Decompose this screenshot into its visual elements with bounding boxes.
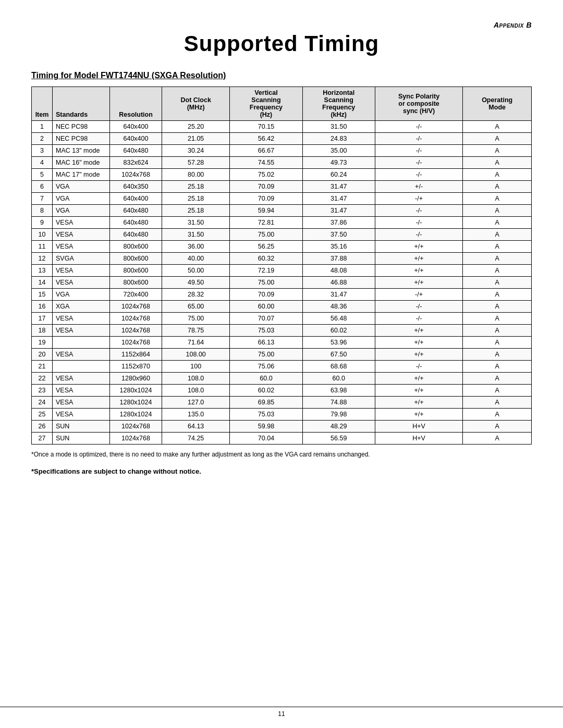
cell-resolution: 640x480 [110,145,162,157]
cell-h-scan: 37.88 [302,253,375,265]
cell-dot-clock: 36.00 [162,241,230,253]
cell-mode: A [463,337,532,349]
page-footer: 11 [0,707,563,718]
cell-v-scan: 75.02 [230,169,302,181]
cell-dot-clock: 108.0 [162,385,230,397]
col-header-operating: OperatingMode [463,87,532,121]
cell-dot-clock: 127.0 [162,397,230,409]
cell-mode: A [463,277,532,289]
cell-standard: MAC 13" mode [53,145,110,157]
footnote2: *Specifications are subject to change wi… [31,467,532,475]
table-row: 16XGA1024x76865.0060.0048.36-/-A [32,301,532,313]
cell-resolution: 800x600 [110,265,162,277]
cell-standard: VGA [53,289,110,301]
cell-h-scan: 31.47 [302,193,375,205]
cell-v-scan: 75.06 [230,361,302,373]
cell-v-scan: 72.81 [230,217,302,229]
cell-item: 15 [32,289,53,301]
cell-mode: A [463,157,532,169]
table-row: 23VESA1280x1024108.060.0263.98+/+A [32,385,532,397]
cell-h-scan: 24.83 [302,133,375,145]
cell-mode: A [463,433,532,445]
cell-resolution: 1280x1024 [110,385,162,397]
cell-item: 18 [32,325,53,337]
cell-standard: VGA [53,205,110,217]
cell-item: 25 [32,409,53,421]
cell-v-scan: 60.00 [230,301,302,313]
cell-item: 19 [32,337,53,349]
cell-item: 22 [32,373,53,385]
cell-standard: MAC 16" mode [53,157,110,169]
cell-h-scan: 35.16 [302,241,375,253]
cell-mode: A [463,217,532,229]
cell-h-scan: 56.59 [302,433,375,445]
table-row: 7VGA640x40025.1870.0931.47-/+A [32,193,532,205]
cell-dot-clock: 64.13 [162,421,230,433]
cell-item: 11 [32,241,53,253]
cell-item: 24 [32,397,53,409]
cell-resolution: 1024x768 [110,433,162,445]
cell-sync: -/- [375,229,462,241]
cell-resolution: 1024x768 [110,169,162,181]
cell-resolution: 640x480 [110,205,162,217]
cell-item: 14 [32,277,53,289]
cell-v-scan: 60.32 [230,253,302,265]
cell-item: 23 [32,385,53,397]
cell-h-scan: 60.02 [302,325,375,337]
cell-v-scan: 56.42 [230,133,302,145]
cell-dot-clock: 50.00 [162,265,230,277]
cell-standard: VESA [53,325,110,337]
cell-item: 9 [32,217,53,229]
cell-mode: A [463,133,532,145]
cell-v-scan: 75.00 [230,349,302,361]
cell-v-scan: 74.55 [230,157,302,169]
cell-item: 12 [32,253,53,265]
cell-v-scan: 60.0 [230,373,302,385]
cell-sync: +/+ [375,265,462,277]
cell-h-scan: 53.96 [302,337,375,349]
cell-h-scan: 56.48 [302,313,375,325]
table-row: 11VESA800x60036.0056.2535.16+/+A [32,241,532,253]
cell-standard: VGA [53,181,110,193]
cell-standard: VESA [53,265,110,277]
cell-sync: +/+ [375,253,462,265]
table-row: 20VESA1152x864108.0075.0067.50+/+A [32,349,532,361]
cell-item: 17 [32,313,53,325]
cell-v-scan: 56.25 [230,241,302,253]
cell-sync: -/+ [375,193,462,205]
cell-dot-clock: 135.0 [162,409,230,421]
cell-mode: A [463,313,532,325]
cell-item: 8 [32,205,53,217]
cell-mode: A [463,289,532,301]
cell-item: 1 [32,121,53,133]
table-row: 27SUN1024x76874.2570.0456.59H+VA [32,433,532,445]
cell-standard [53,337,110,349]
cell-resolution: 1024x768 [110,325,162,337]
cell-sync: -/- [375,217,462,229]
cell-h-scan: 60.24 [302,169,375,181]
table-row: 18VESA1024x76878.7575.0360.02+/+A [32,325,532,337]
cell-mode: A [463,181,532,193]
table-row: 4MAC 16" mode832x62457.2874.5549.73-/-A [32,157,532,169]
cell-mode: A [463,421,532,433]
cell-standard: NEC PC98 [53,133,110,145]
cell-dot-clock: 49.50 [162,277,230,289]
cell-sync: -/- [375,205,462,217]
cell-mode: A [463,361,532,373]
cell-dot-clock: 65.00 [162,301,230,313]
cell-resolution: 720x400 [110,289,162,301]
cell-resolution: 1024x768 [110,421,162,433]
cell-sync: -/+ [375,289,462,301]
cell-dot-clock: 31.50 [162,217,230,229]
cell-sync: -/- [375,301,462,313]
cell-sync: +/+ [375,397,462,409]
cell-dot-clock: 30.24 [162,145,230,157]
cell-standard: NEC PC98 [53,121,110,133]
table-header-row: Item Standards Resolution Dot Clock(MHz)… [32,87,532,121]
table-row: 26SUN1024x76864.1359.9848.29H+VA [32,421,532,433]
cell-v-scan: 75.00 [230,277,302,289]
cell-standard: VGA [53,193,110,205]
cell-resolution: 1280x1024 [110,409,162,421]
cell-mode: A [463,301,532,313]
cell-h-scan: 31.50 [302,121,375,133]
